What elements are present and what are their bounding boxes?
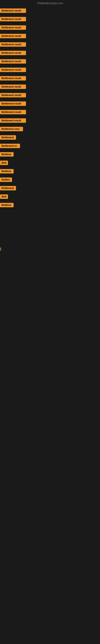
bottleneck-badge-20[interactable]: Bottlene [0,169,14,174]
tiny-indicator-1 [0,248,1,250]
bottleneck-item-11: Bottleneck result [0,91,100,100]
bottleneck-badge-3[interactable]: Bottleneck result [0,25,26,30]
bottleneck-item-8: Bottleneck result [0,66,100,74]
bottleneck-badge-11[interactable]: Bottleneck result [0,93,26,98]
bottleneck-badge-8[interactable]: Bottleneck result [0,68,26,72]
bottleneck-item-16: Bottleneck [0,133,100,142]
bottleneck-badge-22[interactable]: Bottleneck [0,186,16,190]
bottleneck-badge-12[interactable]: Bottleneck result [0,102,26,106]
bottleneck-badge-4[interactable]: Bottleneck result [0,34,26,38]
bottleneck-item-18: Bottlene [0,150,100,158]
bottleneck-item-3: Bottleneck result [0,23,100,32]
bottleneck-badge-1[interactable]: Bottleneck result [0,8,26,13]
bottleneck-item-4: Bottleneck result [0,32,100,40]
bottleneck-badge-23[interactable]: Bott [0,194,8,199]
bottleneck-badge-21[interactable]: Bottlen [0,178,12,182]
bottleneck-item-24: Bottlene [0,201,100,209]
site-title: TheBottlenecker.com [37,2,63,5]
bottleneck-item-12: Bottleneck result [0,100,100,108]
bottleneck-badge-9[interactable]: Bottleneck result [0,76,26,80]
bottleneck-badge-5[interactable]: Bottleneck result [0,42,26,47]
site-header: TheBottlenecker.com [0,0,100,6]
bottleneck-item-17: Bottleneck re [0,142,100,150]
bottleneck-item-23: Bott [0,192,100,201]
bottleneck-item-22: Bottleneck [0,184,100,192]
bottleneck-badge-17[interactable]: Bottleneck re [0,144,20,148]
bottleneck-badge-16[interactable]: Bottleneck [0,135,16,140]
bottleneck-badge-14[interactable]: Bottleneck result [0,118,26,123]
bottleneck-item-5: Bottleneck result [0,40,100,49]
bottleneck-badge-15[interactable]: Bottleneck resu [0,127,23,131]
bottleneck-item-7: Bottleneck result [0,57,100,66]
bottleneck-badge-18[interactable]: Bottlene [0,152,14,156]
bottleneck-item-2: Bottleneck result [0,15,100,23]
bottleneck-badge-2[interactable]: Bottleneck result [0,17,26,21]
bottleneck-item-15: Bottleneck resu [0,125,100,133]
bottleneck-badge-7[interactable]: Bottleneck result [0,59,26,64]
bottleneck-item-13: Bottleneck result [0,108,100,116]
bottleneck-item-19: Bott [0,158,100,167]
bottleneck-item-6: Bottleneck result [0,49,100,57]
bottleneck-item-20: Bottlene [0,167,100,176]
bottleneck-item-1: Bottleneck result [0,6,100,15]
bottleneck-item-21: Bottlen [0,176,100,184]
bottleneck-item-9: Bottleneck result [0,74,100,82]
bottleneck-badge-13[interactable]: Bottleneck result [0,110,26,114]
bottleneck-badge-6[interactable]: Bottleneck result [0,51,26,55]
bottleneck-badge-19[interactable]: Bott [0,160,8,165]
bottleneck-badge-24[interactable]: Bottlene [0,203,14,207]
bottleneck-item-14: Bottleneck result [0,116,100,125]
bottleneck-item-10: Bottleneck result [0,82,100,91]
bottleneck-badge-10[interactable]: Bottleneck result [0,84,26,89]
